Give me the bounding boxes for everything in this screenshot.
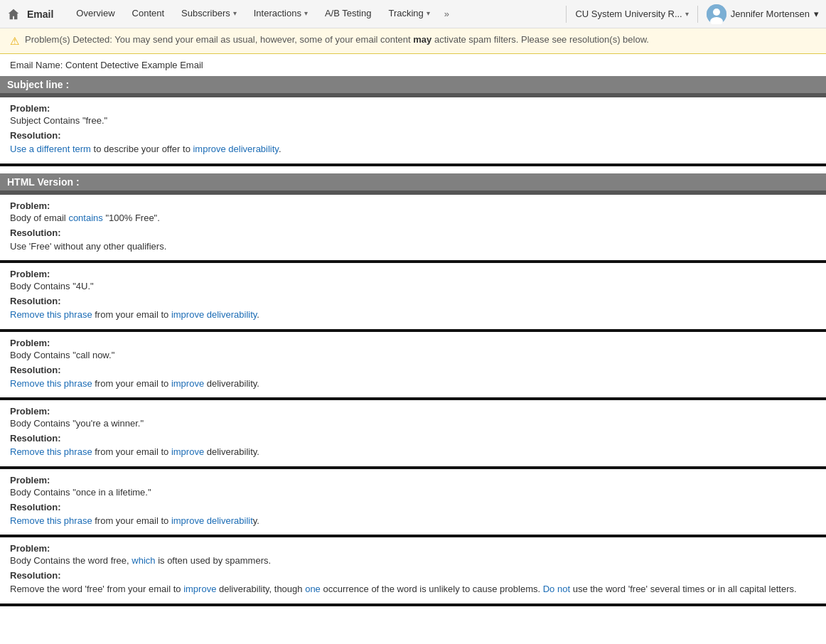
subscribers-chevron-icon: ▾ bbox=[233, 9, 237, 17]
org-selector[interactable]: CU System University R... ▾ bbox=[575, 9, 688, 19]
nav-item-interactions[interactable]: Interactions ▾ bbox=[245, 0, 316, 28]
html-issue-5: Problem: Body Contains "once in a lifeti… bbox=[0, 469, 826, 535]
interactions-chevron-icon: ▾ bbox=[304, 9, 308, 17]
nav-items-list: Overview Content Subscribers ▾ Interacti… bbox=[68, 0, 563, 28]
email-name: Email Name: Content Detective Example Em… bbox=[0, 54, 826, 76]
subject-section-header: Subject line : bbox=[0, 76, 826, 93]
html-issue-6: Problem: Body Contains the word free, wh… bbox=[0, 537, 826, 603]
html-issue-4: Problem: Body Contains "you're a winner.… bbox=[0, 400, 826, 466]
html-resolution-4: Remove this phrase from your email to im… bbox=[10, 445, 816, 459]
email-module-label: Email bbox=[27, 9, 53, 20]
warning-banner: ⚠ Problem(s) Detected: You may send your… bbox=[0, 28, 826, 54]
html-resolution-6: Remove the word 'free' from your email t… bbox=[10, 582, 816, 596]
user-chevron-icon: ▾ bbox=[814, 9, 819, 19]
subject-issue-1: Problem: Subject Contains "free." Resolu… bbox=[0, 97, 826, 163]
nav-item-overview[interactable]: Overview bbox=[68, 0, 123, 28]
html-resolution-3: Remove this phrase from your email to im… bbox=[10, 377, 816, 391]
html-section-header: HTML Version : bbox=[0, 173, 826, 190]
home-icon[interactable] bbox=[7, 8, 20, 21]
nav-right-area: CU System University R... ▾ Jennifer Mor… bbox=[563, 4, 819, 24]
tracking-chevron-icon: ▾ bbox=[427, 9, 430, 17]
section-gap-1 bbox=[0, 166, 826, 173]
avatar bbox=[707, 4, 726, 24]
nav-item-abtesting[interactable]: A/B Testing bbox=[316, 0, 380, 28]
nav-item-content[interactable]: Content bbox=[124, 0, 173, 28]
html-problem-1: Body of email contains "100% Free". bbox=[10, 213, 816, 223]
html-problem-6: Body Contains the word free, which is of… bbox=[10, 555, 816, 566]
warning-text: Problem(s) Detected: You may send your e… bbox=[25, 34, 649, 45]
org-chevron-icon: ▾ bbox=[685, 10, 689, 18]
subject-resolution-1: Use a different term to describe your of… bbox=[10, 142, 816, 156]
warning-icon: ⚠ bbox=[10, 35, 19, 48]
svg-point-1 bbox=[713, 9, 720, 16]
html-resolution-2: Remove this phrase from your email to im… bbox=[10, 308, 816, 322]
html-issue-3: Problem: Body Contains "call now." Resol… bbox=[0, 332, 826, 398]
top-navigation: Email Overview Content Subscribers ▾ Int… bbox=[0, 0, 826, 28]
user-menu[interactable]: Jennifer Mortensen ▾ bbox=[707, 4, 819, 24]
html-divider-6 bbox=[0, 603, 826, 606]
nav-item-subscribers[interactable]: Subscribers ▾ bbox=[173, 0, 245, 28]
nav-divider-2 bbox=[697, 6, 698, 23]
html-issue-1: Problem: Body of email contains "100% Fr… bbox=[0, 195, 826, 261]
html-resolution-5: Remove this phrase from your email to im… bbox=[10, 514, 816, 528]
nav-item-tracking[interactable]: Tracking ▾ bbox=[380, 0, 438, 28]
html-issue-2: Problem: Body Contains "4U." Resolution:… bbox=[0, 263, 826, 329]
nav-divider bbox=[566, 6, 567, 23]
nav-more-button[interactable]: » bbox=[439, 0, 455, 28]
